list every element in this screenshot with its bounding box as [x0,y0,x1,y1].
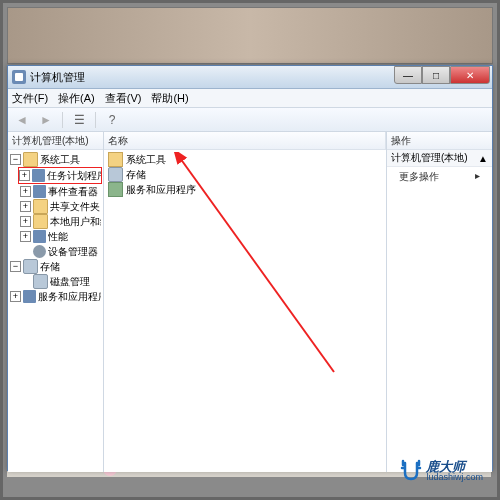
expand-icon[interactable]: − [10,261,21,272]
expand-icon[interactable]: + [10,291,21,302]
tree-node-system-tools[interactable]: − 系统工具 [8,152,103,167]
forward-button[interactable]: ► [36,111,56,129]
actions-header: 操作 [387,132,492,150]
app-icon [12,70,26,84]
tree-node-services[interactable]: + 服务和应用程序 [8,289,103,304]
chevron-right-icon: ▸ [475,170,480,181]
tree-node-device-manager[interactable]: 设备管理器 [8,244,103,259]
background-photo [7,7,493,64]
expand-icon[interactable]: + [20,231,31,242]
column-name[interactable]: 名称 [104,132,386,149]
menu-view[interactable]: 查看(V) [105,91,142,106]
folder-icon [33,214,48,229]
folder-icon [33,199,48,214]
tree-node-storage[interactable]: − 存储 [8,259,103,274]
clock-icon [32,169,45,182]
storage-icon [108,167,123,182]
tree-node-performance[interactable]: + 性能 [8,229,103,244]
actions-group-label: 计算机管理(本地) [391,151,468,165]
actions-group[interactable]: 计算机管理(本地) ▲ [387,150,492,167]
services-icon [23,290,36,303]
menu-action[interactable]: 操作(A) [58,91,95,106]
list-item[interactable]: 存储 [106,167,384,182]
expand-icon[interactable]: + [20,186,31,197]
watermark-url: ludashiwj.com [426,473,483,482]
folder-icon [108,152,123,167]
tree-node-event-viewer[interactable]: + 事件查看器 [8,184,103,199]
titlebar[interactable]: 计算机管理 — □ ✕ [8,66,492,89]
close-button[interactable]: ✕ [450,66,490,84]
watermark: 鹿大师 ludashiwj.com [399,459,483,483]
logo-icon [399,459,423,483]
properties-button[interactable]: ☰ [69,111,89,129]
services-icon [108,182,123,197]
chevron-up-icon: ▲ [478,153,488,164]
menu-file[interactable]: 文件(F) [12,91,48,106]
app-icon [33,185,46,198]
gear-icon [33,245,46,258]
perf-icon [33,230,46,243]
actions-more[interactable]: 更多操作 ▸ [387,167,492,187]
tree-node-task-scheduler[interactable]: + 任务计划程序 [18,167,102,184]
tree-node-shared-folders[interactable]: + 共享文件夹 [8,199,103,214]
window-title: 计算机管理 [30,70,85,85]
main-window: 计算机管理 — □ ✕ 文件(F) 操作(A) 查看(V) 帮助(H) ◄ ► … [7,65,493,471]
list-panel: 名称 系统工具 存储 服务和应用程序 [104,132,387,472]
maximize-button[interactable]: □ [422,66,450,84]
menu-help[interactable]: 帮助(H) [151,91,188,106]
separator [62,112,63,128]
back-button[interactable]: ◄ [12,111,32,129]
tree-node-local-users[interactable]: + 本地用户和组 [8,214,103,229]
expand-icon[interactable]: + [20,201,31,212]
help-button[interactable]: ? [102,111,122,129]
menubar: 文件(F) 操作(A) 查看(V) 帮助(H) [8,89,492,108]
disk-icon [33,274,48,289]
toolbar: ◄ ► ☰ ? [8,108,492,132]
minimize-button[interactable]: — [394,66,422,84]
separator [95,112,96,128]
list-header: 名称 [104,132,386,150]
list-item[interactable]: 系统工具 [106,152,384,167]
folder-icon [23,152,38,167]
expand-icon[interactable]: − [10,154,21,165]
expand-icon[interactable]: + [19,170,30,181]
tree-node-disk-mgmt[interactable]: 磁盘管理 [8,274,103,289]
list-item[interactable]: 服务和应用程序 [106,182,384,197]
actions-panel: 操作 计算机管理(本地) ▲ 更多操作 ▸ [387,132,492,472]
tree-panel: 计算机管理(本地) − 系统工具 + 任务计划程序 + [8,132,104,472]
expand-icon[interactable]: + [20,216,31,227]
tree-header: 计算机管理(本地) [8,132,103,150]
storage-icon [23,259,38,274]
